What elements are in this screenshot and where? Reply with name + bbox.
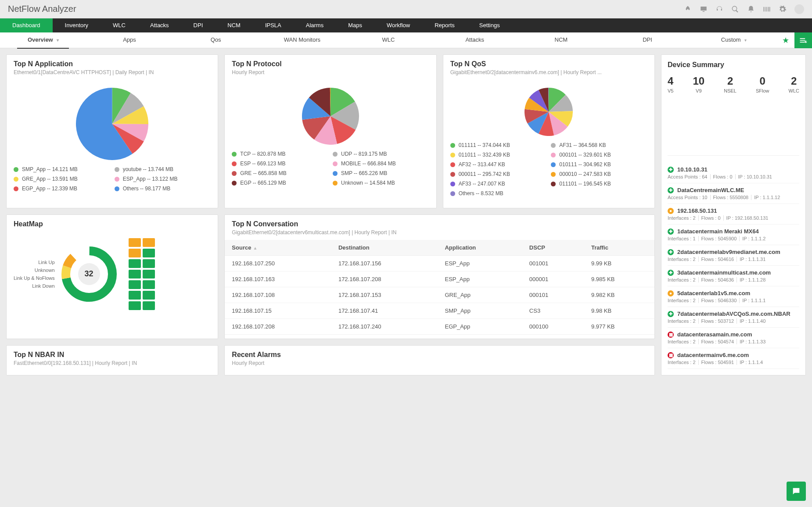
metric-sflow: 0SFlow	[756, 75, 769, 93]
legend-item: 010111 -- 304.962 KB	[551, 161, 647, 168]
legend-item: AF32 -- 313.447 KB	[450, 161, 547, 168]
favorite-icon[interactable]: ★	[777, 36, 794, 45]
device-item[interactable]: ▦datacentermainv6.me.comInterfaces : 2Fl…	[668, 348, 799, 369]
legend-item: EGP -- 665.129 MB	[232, 180, 328, 186]
subnav-wlc[interactable]: WLC	[345, 32, 432, 48]
legend-item: UDP -- 819.175 MB	[333, 151, 429, 157]
card-title: Top N Application	[14, 60, 211, 68]
heatmap-center-value: 32	[78, 263, 100, 285]
legend-item: 011101 -- 196.545 KB	[551, 181, 647, 187]
subnav-custom[interactable]: Custom▾	[690, 32, 777, 48]
rocket-icon[interactable]	[684, 5, 692, 13]
metric-wlc: 2WLC	[789, 75, 799, 93]
card-title: Top N Protocol	[232, 60, 429, 68]
metric-v5: 4V5	[668, 75, 673, 93]
nav-inventory[interactable]: Inventory	[53, 18, 101, 32]
device-item[interactable]: ✚3datacentermainmulticast.me.comInterfac…	[668, 266, 799, 286]
user-avatar[interactable]	[794, 4, 804, 14]
card-title: Recent Alarms	[232, 351, 647, 359]
col-application[interactable]: Application	[438, 240, 522, 256]
table-row[interactable]: 192.168.107.15172.168.107.41SMP_AppCS39.…	[225, 303, 654, 318]
card-title: Device Summary	[668, 61, 799, 69]
top-application-card: Top N ApplicationEthernet0/1[DataCentreA…	[6, 54, 218, 208]
legend-item: 000010 -- 247.583 KB	[551, 171, 647, 177]
subnav-wan-monitors[interactable]: WAN Monitors	[259, 32, 345, 48]
nav-ncm[interactable]: NCM	[215, 18, 253, 32]
legend-item: ESP_App -- 13.122 MB	[115, 176, 211, 182]
table-row[interactable]: 192.168.107.108172.168.107.153GRE_App000…	[225, 287, 654, 303]
nav-attacks[interactable]: Attacks	[138, 18, 181, 32]
brand-title: NetFlow Analyzer	[8, 4, 76, 14]
table-row[interactable]: 192.168.107.163172.168.107.208ESP_App000…	[225, 271, 654, 287]
card-subtitle: FastEthernet0/0[192.168.50.131] | Hourly…	[14, 360, 211, 366]
legend-item: EGP_App -- 12.339 MB	[14, 186, 110, 192]
add-widget-button[interactable]	[794, 32, 812, 48]
subnav-apps[interactable]: Apps	[86, 32, 173, 48]
top-protocol-card: Top N ProtocolHourly Report TCP -- 820.8…	[224, 54, 436, 208]
legend-item: TCP -- 820.878 MB	[232, 151, 328, 157]
conversation-table: Source▲DestinationApplicationDSCPTraffic…	[225, 240, 654, 335]
top-nbar-card: Top N NBAR INFastEthernet0/0[192.168.50.…	[6, 345, 218, 375]
device-item[interactable]: ●192.168.50.131Interfaces : 2Flows : 0IP…	[668, 204, 799, 225]
nav-reports[interactable]: Reports	[422, 18, 467, 32]
nav-maps[interactable]: Maps	[336, 18, 374, 32]
table-row[interactable]: 192.168.107.250172.168.107.156ESP_App001…	[225, 255, 654, 271]
legend-item: 011011 -- 332.439 KB	[450, 152, 547, 158]
subnav-ncm[interactable]: NCM	[518, 32, 604, 48]
monitor-icon[interactable]	[700, 5, 708, 13]
legend-item: Others -- 8.532 MB	[450, 190, 547, 196]
gear-icon[interactable]	[779, 5, 787, 13]
legend-item: MOBILE -- 666.884 MB	[333, 161, 429, 167]
metric-nsel: 2NSEL	[724, 75, 737, 93]
top-application-pie	[76, 88, 148, 160]
primary-nav: DashboardInventoryWLCAttacksDPINCMIPSLAA…	[0, 18, 812, 32]
device-item[interactable]: ✚1datacentermain Meraki MX64Interfaces :…	[668, 225, 799, 245]
heatmap-legend: Link UpUnknownLink Up & NoFlowsLink Down	[14, 258, 55, 290]
col-source[interactable]: Source▲	[225, 240, 331, 256]
card-title: Top N QoS	[450, 60, 647, 68]
subnav-dpi[interactable]: DPI	[604, 32, 691, 48]
device-item[interactable]: ●5datacenterlab1v5.me.comInterfaces : 2F…	[668, 286, 799, 307]
nav-dpi[interactable]: DPI	[181, 18, 216, 32]
legend-item: AF33 -- 247.007 KB	[450, 181, 547, 187]
bell-icon[interactable]	[747, 5, 755, 13]
table-row[interactable]: 192.168.107.208172.168.107.240EGP_App000…	[225, 318, 654, 334]
nav-workflow[interactable]: Workflow	[374, 18, 422, 32]
topbar: NetFlow Analyzer	[0, 0, 812, 18]
subnav-qos[interactable]: Qos	[172, 32, 259, 48]
nav-dashboard[interactable]: Dashboard	[0, 18, 53, 32]
search-icon[interactable]	[731, 5, 739, 13]
col-destination[interactable]: Destination	[331, 240, 438, 256]
heatmap-grid	[129, 238, 155, 310]
nav-alarms[interactable]: Alarms	[294, 18, 336, 32]
top-qos-card: Top N QoSGigabitEthernet0/2[datacenterma…	[443, 54, 655, 208]
subnav-overview[interactable]: Overview▾	[0, 32, 86, 48]
device-summary-bars	[668, 99, 799, 156]
nav-ipsla[interactable]: IPSLA	[253, 18, 294, 32]
top-qos-pie	[525, 88, 573, 136]
device-item[interactable]: ✚DataCentremainWLC.MEAccess Points : 10F…	[668, 183, 799, 204]
top-protocol-pie	[302, 88, 359, 145]
headset-icon[interactable]	[715, 5, 723, 13]
device-item[interactable]: ✚2datacentermelabv9medianet.me.comInterf…	[668, 245, 799, 266]
device-item[interactable]: ✚10.10.10.31Access Points : 64Flows : 0I…	[668, 163, 799, 183]
metric-v9: 10V9	[693, 75, 704, 93]
legend-item: GRE -- 665.858 MB	[232, 170, 328, 176]
subnav-attacks[interactable]: Attacks	[431, 32, 518, 48]
device-summary-card: Device Summary 4V510V92NSEL0SFlow2WLC ✚1…	[661, 54, 806, 375]
barcode-icon[interactable]	[763, 5, 771, 13]
heatmap-card: HeatMap Link UpUnknownLink Up & NoFlowsL…	[6, 214, 218, 339]
legend-item: SMP -- 665.226 MB	[333, 170, 429, 176]
card-subtitle: GigabitEthernet0/2[datacenterv6multicast…	[232, 229, 647, 236]
heatmap-donut: 32	[58, 243, 120, 305]
col-traffic[interactable]: Traffic	[584, 240, 654, 256]
nav-wlc[interactable]: WLC	[101, 18, 138, 32]
card-subtitle: Hourly Report	[232, 360, 647, 366]
device-item[interactable]: ✚7datacentermelabAVCQoS.me.com.NBARInter…	[668, 307, 799, 328]
legend-item: 011111 -- 374.044 KB	[450, 142, 547, 148]
col-dscp[interactable]: DSCP	[522, 240, 584, 256]
legend-item: 000011 -- 295.742 KB	[450, 171, 547, 177]
device-item[interactable]: ▦datacenterasamain.me.comInterfaces : 2F…	[668, 328, 799, 348]
nav-settings[interactable]: Settings	[467, 18, 512, 32]
top-conversation-card: Top N ConversationGigabitEthernet0/2[dat…	[224, 214, 655, 339]
